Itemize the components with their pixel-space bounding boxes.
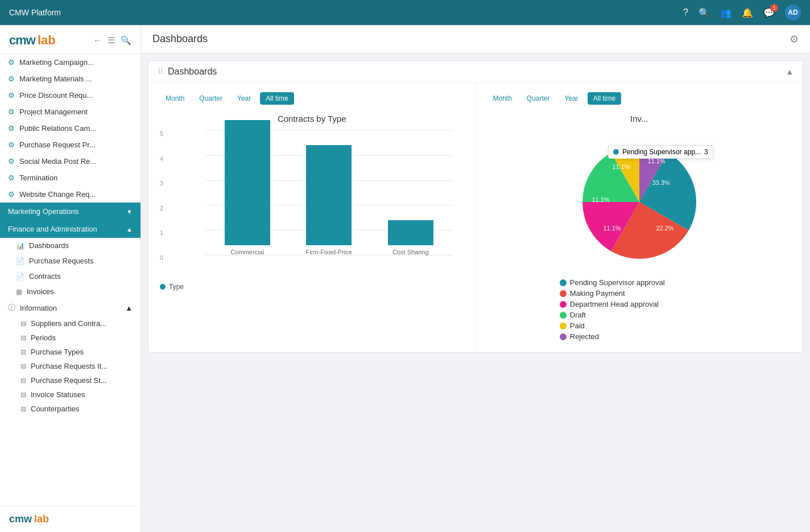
users-icon[interactable]: 👥 bbox=[720, 7, 732, 18]
legend-item-making: Making Payment bbox=[560, 289, 719, 298]
app-body: cmw lab ← ☰ 🔍 ⚙ Marketing Campaign... ⚙ … bbox=[0, 25, 810, 532]
group-label: Marketing Operations bbox=[8, 207, 78, 216]
main-content: Dashboards ⚙ ⠿ Dashboards ▲ Month Quarte… bbox=[141, 25, 810, 532]
chevron-up-icon: ▲ bbox=[125, 304, 133, 312]
sidebar-item-project-management[interactable]: ⚙ Project Management bbox=[0, 104, 140, 120]
sidebar-item-termination[interactable]: ⚙ Termination bbox=[0, 170, 140, 186]
chat-badge: 1 bbox=[770, 4, 778, 12]
legend-item-draft: Draft bbox=[560, 311, 719, 319]
sidebar-item-dashboards[interactable]: 📊 Dashboards bbox=[0, 238, 140, 253]
bar-label-cost-sharing: Cost Sharing bbox=[392, 249, 429, 255]
page-title: Dashboards bbox=[152, 33, 208, 45]
sidebar-item-public-relations[interactable]: ⚙ Public Relations Cam... bbox=[0, 120, 140, 137]
help-icon[interactable]: ? bbox=[683, 7, 688, 18]
pie-filter-quarter[interactable]: Quarter bbox=[521, 92, 556, 105]
sidebar-info-group[interactable]: ⓘ Information ▲ bbox=[0, 299, 140, 316]
nav-sub-label: Dashboards bbox=[29, 241, 69, 250]
pie-label-draft: 11.1% bbox=[592, 196, 609, 203]
gear-icon[interactable]: ⚙ bbox=[790, 33, 799, 46]
collapse-button[interactable]: ▲ bbox=[786, 67, 794, 76]
sidebar-item-purchase-request-pr[interactable]: ⚙ Purchase Request Pr... bbox=[0, 137, 140, 153]
sidebar-item-price-discount[interactable]: ⚙ Price Discount Requ... bbox=[0, 87, 140, 104]
nav-info-sub-label: Suppliers and Contra... bbox=[31, 319, 106, 328]
search-icon[interactable]: 🔍 bbox=[699, 7, 710, 18]
section-title-row: ⠿ Dashboards bbox=[158, 67, 217, 77]
legend-label-rejected: Rejected bbox=[570, 332, 599, 341]
nav-sub-label: Contracts bbox=[29, 272, 61, 281]
sidebar-item-marketing-materials[interactable]: ⚙ Marketing Materials ... bbox=[0, 71, 140, 87]
bell-icon[interactable]: 🔔 bbox=[742, 7, 753, 18]
drag-handle-icon[interactable]: ⠿ bbox=[158, 67, 163, 76]
topbar-icons: ? 🔍 👥 🔔 💬 1 AD bbox=[683, 5, 801, 20]
table-icon: ▤ bbox=[20, 391, 26, 398]
bar-value-commercial[interactable] bbox=[225, 120, 270, 245]
sidebar-item-periods[interactable]: ▤ Periods bbox=[0, 331, 140, 345]
bar-value-cost-sharing[interactable] bbox=[388, 220, 433, 245]
legend-label-pending: Pending Supervisor approval bbox=[570, 278, 665, 287]
legend-item-dept: Department Head approval bbox=[560, 300, 719, 308]
bar-chart-legend: Type bbox=[160, 283, 464, 291]
sidebar-group-finance-admin[interactable]: Finance and Administration ▲ bbox=[0, 220, 140, 238]
y-label: 5 bbox=[160, 130, 163, 137]
pie-legend: Pending Supervisor approval Making Payme… bbox=[560, 278, 719, 343]
doc-icon: 📄 bbox=[16, 273, 24, 281]
pie-filter-alltime[interactable]: All time bbox=[588, 92, 621, 105]
bar-filter-quarter[interactable]: Quarter bbox=[193, 92, 228, 105]
legend-label-dept: Department Head approval bbox=[570, 300, 659, 308]
chat-icon[interactable]: 💬 1 bbox=[763, 7, 775, 18]
sidebar-item-invoices[interactable]: ▦ Invoices bbox=[0, 284, 140, 299]
section-header: ⠿ Dashboards ▲ bbox=[148, 61, 803, 83]
user-avatar[interactable]: AD bbox=[785, 5, 801, 20]
sidebar-item-purchase-requests-it[interactable]: ▤ Purchase Requests It... bbox=[0, 359, 140, 373]
sidebar-search-icon[interactable]: 🔍 bbox=[121, 35, 131, 46]
sidebar-item-counterparties[interactable]: ▤ Counterparties bbox=[0, 402, 140, 416]
y-label: 3 bbox=[160, 180, 163, 187]
pie-label-making: 22.2% bbox=[656, 225, 673, 232]
legend-color-rejected bbox=[560, 333, 567, 340]
sidebar-item-purchase-requests[interactable]: 📄 Purchase Requests bbox=[0, 253, 140, 269]
sidebar-item-contracts[interactable]: 📄 Contracts bbox=[0, 269, 140, 284]
sidebar-menu-icon[interactable]: ☰ bbox=[108, 35, 115, 46]
info-icon: ⓘ bbox=[8, 303, 15, 313]
y-label: 2 bbox=[160, 205, 163, 212]
sidebar-item-marketing-campaign[interactable]: ⚙ Marketing Campaign... bbox=[0, 54, 140, 71]
charts-row: Month Quarter Year All time Contracts by… bbox=[148, 83, 803, 352]
sidebar-item-invoice-statuses[interactable]: ▤ Invoice Statuses bbox=[0, 387, 140, 402]
pie-time-filters: Month Quarter Year All time bbox=[487, 92, 792, 105]
nav-item-label: Website Change Req... bbox=[19, 190, 133, 199]
sidebar-group-marketing-operations[interactable]: Marketing Operations ▼ bbox=[0, 203, 140, 220]
pie-container: 33.3% 22.2% 11.1% 11.1% 11.1% 11.1% Pend… bbox=[577, 139, 702, 265]
tooltip-value: 3 bbox=[704, 148, 708, 156]
section-title: Dashboards bbox=[168, 67, 217, 77]
sidebar-item-suppliers[interactable]: ▤ Suppliers and Contra... bbox=[0, 316, 140, 331]
workflow-icon: ⚙ bbox=[8, 190, 15, 199]
legend-dot-type bbox=[160, 284, 166, 290]
sidebar-item-social-media[interactable]: ⚙ Social Media Post Re... bbox=[0, 153, 140, 170]
sidebar: cmw lab ← ☰ 🔍 ⚙ Marketing Campaign... ⚙ … bbox=[0, 25, 141, 532]
topbar: CMW Platform ? 🔍 👥 🔔 💬 1 AD bbox=[0, 0, 810, 25]
info-left: ⓘ Information bbox=[8, 303, 57, 313]
pie-filter-month[interactable]: Month bbox=[487, 92, 518, 105]
nav-item-label: Marketing Campaign... bbox=[19, 58, 133, 67]
table-icon: ▤ bbox=[20, 405, 26, 413]
nav-item-label: Public Relations Cam... bbox=[19, 124, 133, 133]
bar-filter-alltime[interactable]: All time bbox=[260, 92, 294, 105]
workflow-icon: ⚙ bbox=[8, 157, 15, 166]
bar-time-filters: Month Quarter Year All time bbox=[160, 92, 464, 105]
bar-filter-month[interactable]: Month bbox=[160, 92, 190, 105]
sidebar-header: cmw lab ← ☰ 🔍 bbox=[0, 25, 140, 54]
legend-color-pending bbox=[560, 279, 567, 286]
nav-sub-label: Invoices bbox=[27, 287, 54, 296]
table-icon: ▤ bbox=[20, 348, 26, 356]
bar-filter-year[interactable]: Year bbox=[232, 92, 257, 105]
sidebar-item-purchase-request-st[interactable]: ▤ Purchase Request St... bbox=[0, 373, 140, 387]
sidebar-item-website-change[interactable]: ⚙ Website Change Req... bbox=[0, 186, 140, 203]
logo-cmw: cmw bbox=[9, 33, 35, 48]
bar-value-firm-fixed[interactable] bbox=[306, 145, 352, 245]
sidebar-item-purchase-types[interactable]: ▤ Purchase Types bbox=[0, 345, 140, 359]
chart-icon: 📊 bbox=[16, 242, 24, 250]
bar-label-firm-fixed: Firm-Fixed-Price bbox=[306, 249, 352, 255]
pie-filter-year[interactable]: Year bbox=[559, 92, 584, 105]
bar-label-commercial: Commercial bbox=[230, 249, 264, 255]
sidebar-back-icon[interactable]: ← bbox=[93, 35, 102, 46]
